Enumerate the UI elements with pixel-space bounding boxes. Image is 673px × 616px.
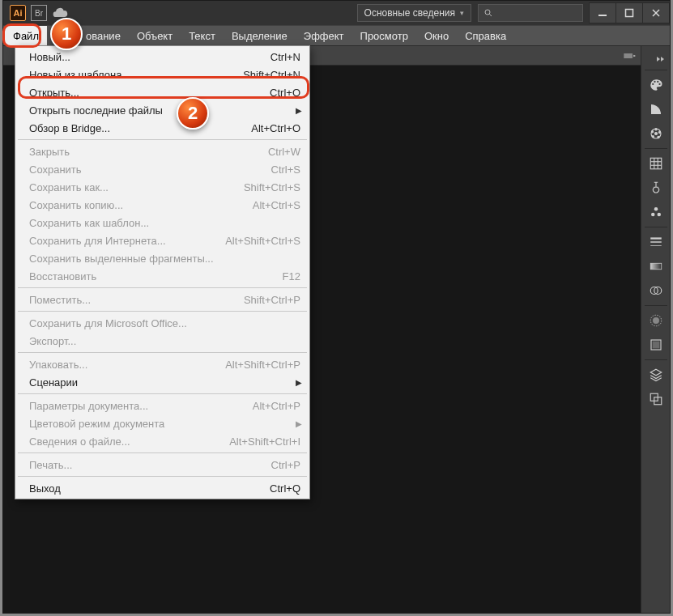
menu-separator [18,352,307,353]
svg-marker-9 [633,54,636,57]
menu-text[interactable]: Текст [181,26,224,45]
menu-item-label: Экспорт... [29,335,76,347]
maximize-button[interactable] [615,2,643,23]
menu-item-shortcut: Alt+Ctrl+O [251,122,300,134]
panel-options-icon[interactable] [623,51,636,61]
menu-object[interactable]: Объект [129,26,181,45]
symbols-panel-icon[interactable] [644,201,668,223]
menu-item: ВосстановитьF12 [16,267,309,285]
dock-collapse-button[interactable] [641,51,670,67]
menu-item-label: Сведения о файле... [29,435,130,448]
submenu-arrow-icon: ▶ [296,378,302,387]
menu-item-label: Новый... [29,51,70,63]
menu-item[interactable]: Открыть...Ctrl+O [16,83,309,101]
menu-item[interactable]: Обзор в Bridge...Alt+Ctrl+O [16,119,309,137]
color-panel-icon[interactable] [644,74,668,96]
menu-separator [18,311,307,312]
menu-item: Поместить...Shift+Ctrl+P [16,291,309,308]
menu-item: Сохранить для Microsoft Office... [16,314,309,332]
menu-item-label: Цветовой режим документа [29,418,164,430]
submenu-arrow-icon: ▶ [296,106,302,115]
menu-item-shortcut: Alt+Ctrl+S [253,199,300,211]
menu-item-label: Печать... [29,459,72,471]
transparency-panel-icon[interactable] [644,279,668,302]
menu-item: Экспорт... [16,332,309,350]
menu-item: ЗакрытьCtrl+W [16,142,309,160]
menu-item-label: Сохранить [29,164,82,176]
minimize-button[interactable] [589,2,616,23]
svg-point-18 [651,131,653,133]
svg-point-24 [654,207,658,211]
menu-item: Сохранить для Интернета...Alt+Shift+Ctrl… [16,232,309,249]
menu-item: Печать...Ctrl+P [16,456,309,474]
menu-item-label: Выход [29,482,61,495]
color-guide-panel-icon[interactable] [644,98,668,121]
svg-marker-11 [661,57,664,62]
menu-item: СохранитьCtrl+S [16,160,309,178]
svg-rect-36 [653,342,659,348]
menu-item[interactable]: ВыходCtrl+Q [16,479,309,497]
brushes-panel-icon[interactable] [644,176,668,199]
menu-effect[interactable]: Эффект [296,26,352,45]
menu-item-label: Обзор в Bridge... [29,122,110,134]
svg-point-16 [657,136,658,138]
menu-help[interactable]: Справка [457,26,514,45]
menu-item-label: Сохранить для Интернета... [29,235,166,247]
menu-item: Сохранить копию...Alt+Ctrl+S [16,196,309,214]
menu-file[interactable]: Файл [5,26,47,45]
svg-point-13 [654,133,657,135]
menu-item[interactable]: Открыть последние файлы▶ [16,101,309,119]
menu-window[interactable]: Окно [416,26,457,45]
svg-rect-3 [626,10,633,17]
menu-item-label: Параметры документа... [29,400,148,412]
menu-item[interactable]: Сценарии▶ [16,373,309,391]
kuler-panel-icon[interactable] [644,122,668,145]
bridge-icon[interactable]: Br [31,5,47,21]
menu-item-label: Сохранить как шаблон... [29,217,149,229]
menu-separator [18,452,307,453]
stroke-panel-icon[interactable] [644,231,668,253]
menu-select[interactable]: Выделение [224,26,296,45]
menu-item-shortcut: Shift+Ctrl+S [244,181,300,193]
gradient-panel-icon[interactable] [644,255,668,278]
menu-item-label: Новый из шаблона... [29,69,130,81]
appearance-panel-icon[interactable] [644,309,668,332]
artboards-panel-icon[interactable] [644,388,668,410]
menu-item: Сведения о файле...Alt+Shift+Ctrl+I [16,432,309,450]
menu-item-shortcut: Shift+Ctrl+N [243,69,300,81]
swatches-panel-icon[interactable] [644,152,668,175]
menu-item-shortcut: Ctrl+Q [270,482,300,495]
menu-item: Сохранить как шаблон... [16,214,309,232]
titlebar: Ai Br Основные сведения ▾ [3,1,670,25]
app-logo-icon: Ai [10,5,26,21]
menu-item-shortcut: Ctrl+W [268,146,300,158]
graphic-styles-panel-icon[interactable] [644,333,668,356]
svg-rect-30 [650,263,662,270]
menu-separator [18,393,307,394]
menu-item-label: Сохранить для Microsoft Office... [29,317,187,329]
workspace-switcher[interactable]: Основные сведения ▾ [357,4,471,22]
window-controls [590,2,670,23]
menu-item-shortcut: Alt+Ctrl+P [253,400,300,412]
svg-marker-10 [657,57,660,62]
titlebar-center: Основные сведения ▾ [68,4,590,22]
menu-view[interactable]: Просмотр [352,26,416,45]
workspace-label: Основные сведения [364,7,455,19]
menu-item[interactable]: Новый...Ctrl+N [16,48,309,66]
svg-line-1 [489,14,492,16]
svg-point-0 [485,10,490,15]
close-button[interactable] [642,2,670,23]
svg-point-17 [652,136,654,138]
menu-edit-partial[interactable]: ование [47,26,129,45]
layers-panel-icon[interactable] [644,363,668,386]
menu-item-label: Упаковать... [29,359,87,371]
menu-item: Сохранить выделенные фрагменты... [16,249,309,267]
chevron-down-icon: ▾ [460,9,464,17]
svg-rect-2 [598,15,607,16]
menu-item[interactable]: Новый из шаблона...Shift+Ctrl+N [16,66,309,83]
menu-item: Сохранить как...Shift+Ctrl+S [16,178,309,196]
sync-settings-icon[interactable] [52,5,68,21]
menu-item-shortcut: Alt+Shift+Ctrl+P [225,359,300,371]
file-dropdown-menu: Новый...Ctrl+NНовый из шаблона...Shift+C… [15,45,310,499]
search-input[interactable] [478,4,583,22]
